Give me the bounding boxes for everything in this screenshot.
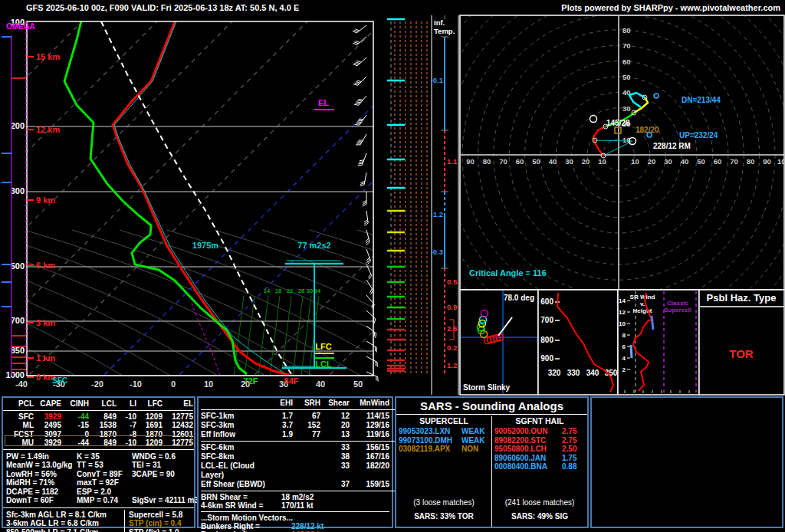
sars-match-row: 99053023.LXNWEAK: [399, 427, 489, 436]
isotherm: [98, 21, 458, 381]
sars-match-value: 0.88: [562, 462, 576, 471]
storm-motion-row: Bunkers Right =228/12 kt: [201, 522, 389, 530]
sars-match-tag: WEAK: [461, 427, 485, 435]
hodo-axis-label: 30: [664, 157, 672, 166]
sars-match-row: 03082119.APXNON: [399, 445, 489, 454]
storm-motion-label: Bunkers Right =: [201, 522, 291, 530]
hodo-trace-9-12km: [629, 93, 645, 107]
parcel-table: PCLCAPECINHLCLLILFCELSFC3929-44849-10120…: [3, 398, 194, 448]
thermo-value: LowRH = 56%: [6, 470, 77, 479]
parcel-cell: 3097: [34, 430, 61, 439]
km-label: 3 km: [36, 318, 55, 327]
hodo-axis-label: 50: [532, 157, 540, 166]
hodo-axis-label: 20: [648, 157, 656, 166]
thermo-value: maxT = 92F: [77, 478, 132, 488]
parcel-cell: 849: [89, 438, 117, 448]
srwind-ylabel: 14: [619, 297, 626, 304]
classic-supercell-label: Classic: [667, 300, 689, 307]
kinem-cell: 182/20: [350, 461, 389, 480]
sars-match-tag: WEAK: [461, 436, 485, 445]
lapse-rates: Sfc-3km AGL LR = 8.1 C/km3-6km AGL LR = …: [6, 511, 107, 532]
sars-hail-column: SGFNT HAIL 90052000.OUN2.7589082200.STC2…: [492, 416, 587, 527]
thermo-value: ConvT = 89F: [77, 470, 132, 479]
parcel-col-header: LCL: [89, 399, 117, 409]
srwind-band: [652, 316, 653, 330]
parcel-cell: SFC: [3, 412, 34, 422]
kinem-cell: 37: [320, 480, 350, 489]
kinem-value: 18 m2/s2: [281, 493, 314, 501]
srwind-ylabel: 10: [619, 320, 626, 327]
parcel-cell: -44: [61, 412, 89, 422]
parcel-col-header: PCL: [3, 399, 34, 409]
kinem-col-header: [201, 399, 268, 408]
srwind-title: SR Wind: [630, 294, 655, 300]
kinematics-table: EHISRHShearMnWindSRWSFC-1km1.76712114/15…: [199, 398, 392, 532]
srwind-ylabel: 12: [619, 309, 626, 316]
skewt-frame: [27, 21, 373, 376]
mixing-ratio-line: [293, 296, 303, 376]
pressure-label: 500: [11, 261, 25, 271]
sars-match-row: 95050800.LCH2.50: [494, 445, 585, 454]
sars-match-row: 90052000.OUN2.75: [494, 427, 585, 436]
kinem-cell: 159/15: [350, 480, 389, 489]
hodo-axis-label: 30: [622, 104, 631, 113]
slinky-frame: [460, 290, 538, 395]
parcel-cell: 12432: [163, 421, 193, 430]
hodo-axis-label: 50: [622, 73, 631, 81]
sars-match-id: 89060600.JAN: [494, 454, 562, 463]
adv-value: 1.2: [447, 361, 457, 369]
srwind-ylabel: 8: [622, 332, 626, 339]
wind-barb-column: [353, 25, 378, 381]
kinem-cell: 1.7: [268, 412, 293, 421]
kinem-cell: [293, 480, 320, 489]
isotherm: [0, 21, 8, 381]
hodo-axis-label: 40: [549, 157, 557, 166]
thermo-value: K = 35: [77, 452, 132, 461]
thermo-value: TEI = 31: [132, 461, 161, 470]
psbl-haz-value: TOR: [729, 347, 754, 360]
km-label: 12 km: [36, 125, 60, 134]
kinem-label: 4-6km SR Wind =: [201, 501, 281, 510]
kinem-cell: 67: [293, 412, 320, 421]
pressure-label: 300: [11, 186, 25, 195]
thermo-value: TT = 53: [77, 461, 132, 470]
hodo-axis-label: 60: [714, 157, 722, 166]
kinem-cell: LCL-EL (Cloud Layer): [201, 461, 268, 480]
hodo-axis-label: 70: [499, 157, 507, 166]
kinem-label: BRN Shear =: [201, 493, 281, 501]
parcel-col-header: EL: [163, 399, 193, 409]
sfc-label: SFC: [52, 376, 67, 385]
kinem-cell: 152: [293, 421, 320, 430]
hodo-axis-label: 70: [622, 41, 631, 50]
parcel-cell: 12601: [163, 430, 193, 439]
thetae-xlabel: 330: [567, 369, 580, 377]
sars-match-id: 00080400.BNA: [494, 462, 562, 471]
temp-axis-label: -20: [91, 379, 103, 389]
mixing-ratio-label: 30: [307, 287, 313, 294]
kinem-cell: SFC-3km: [201, 421, 268, 430]
srwind-band: [631, 345, 632, 358]
omega-label: OMEGA: [6, 22, 35, 31]
kinem-cell: 167/16: [350, 452, 389, 461]
hodo-axis-label: 80: [622, 26, 631, 34]
thetae-xlabel: 320: [548, 369, 561, 377]
kinem-col-header: Shear: [320, 399, 350, 408]
storm-motion-header: ...Storm Motion Vectors...: [201, 514, 389, 522]
sars-match-id: 90052000.OUN: [494, 427, 562, 436]
adv-value: 2.6: [447, 324, 457, 333]
divider: [124, 510, 125, 532]
thermo-value: MMP = 0.74: [77, 496, 132, 505]
hodo-axis-label: 90: [466, 157, 475, 166]
thetae-ylabel: 700: [540, 316, 553, 324]
hodo-marker-label: 145/28: [606, 119, 630, 127]
temp-axis-label: 0: [171, 379, 176, 389]
kinem-cell: [293, 452, 320, 461]
thermo-value: WNDG = 0.6: [132, 452, 176, 461]
sars-supercell-matches: (3 loose matches): [396, 498, 491, 507]
pressure-label: 200: [11, 121, 25, 130]
sars-match-id: 95050800.LCH: [494, 445, 562, 454]
kinem-cell: 156/15: [350, 443, 389, 452]
temp-axis-label: -10: [130, 379, 142, 389]
adv-value: 0.2: [447, 343, 457, 352]
sars-tor-prob: SARS: 33% TOR: [396, 512, 491, 521]
